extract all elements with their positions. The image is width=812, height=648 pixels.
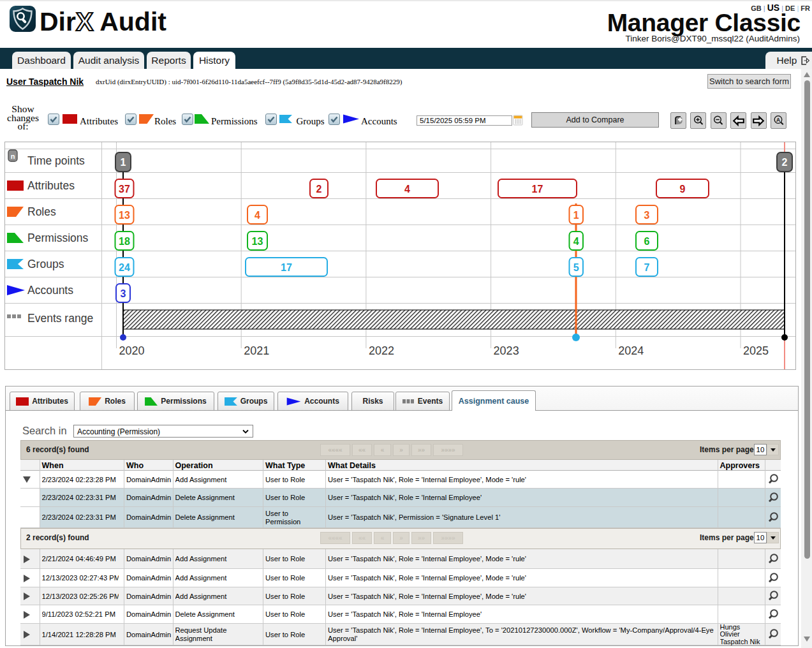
- svg-text:3: 3: [644, 210, 650, 221]
- svg-text:2: 2: [316, 184, 322, 195]
- svg-text:2025: 2025: [743, 344, 769, 357]
- svg-text:5: 5: [573, 262, 579, 273]
- svg-text:2020: 2020: [119, 344, 145, 357]
- svg-text:3: 3: [121, 288, 126, 299]
- svg-text:4: 4: [404, 184, 410, 195]
- svg-text:9: 9: [680, 184, 686, 195]
- svg-text:2022: 2022: [369, 344, 394, 357]
- svg-text:1: 1: [573, 210, 579, 221]
- svg-text:2021: 2021: [244, 344, 269, 357]
- svg-text:17: 17: [532, 184, 543, 195]
- svg-text:Time points: Time points: [27, 154, 85, 167]
- svg-text:13: 13: [119, 210, 130, 221]
- svg-text:6: 6: [644, 236, 650, 247]
- svg-text:4: 4: [573, 236, 579, 247]
- svg-text:Events range: Events range: [27, 312, 93, 325]
- svg-text:18: 18: [119, 236, 130, 247]
- svg-text:17: 17: [281, 262, 292, 273]
- svg-text:Groups: Groups: [27, 258, 64, 270]
- svg-text:1: 1: [121, 157, 126, 168]
- svg-text:A: A: [776, 117, 779, 123]
- svg-text:24: 24: [119, 262, 130, 273]
- svg-text:2: 2: [782, 157, 788, 168]
- svg-text:n: n: [11, 152, 15, 160]
- svg-text:2023: 2023: [494, 344, 519, 357]
- svg-text:Roles: Roles: [27, 205, 56, 218]
- svg-text:4: 4: [255, 210, 260, 221]
- svg-text:Attributes: Attributes: [27, 179, 75, 192]
- svg-text:13: 13: [252, 236, 263, 247]
- svg-text:2024: 2024: [618, 344, 644, 357]
- svg-text:Permissions: Permissions: [27, 232, 89, 244]
- svg-text:7: 7: [644, 262, 650, 273]
- svg-text:37: 37: [119, 184, 130, 195]
- svg-text:Accounts: Accounts: [27, 284, 73, 297]
